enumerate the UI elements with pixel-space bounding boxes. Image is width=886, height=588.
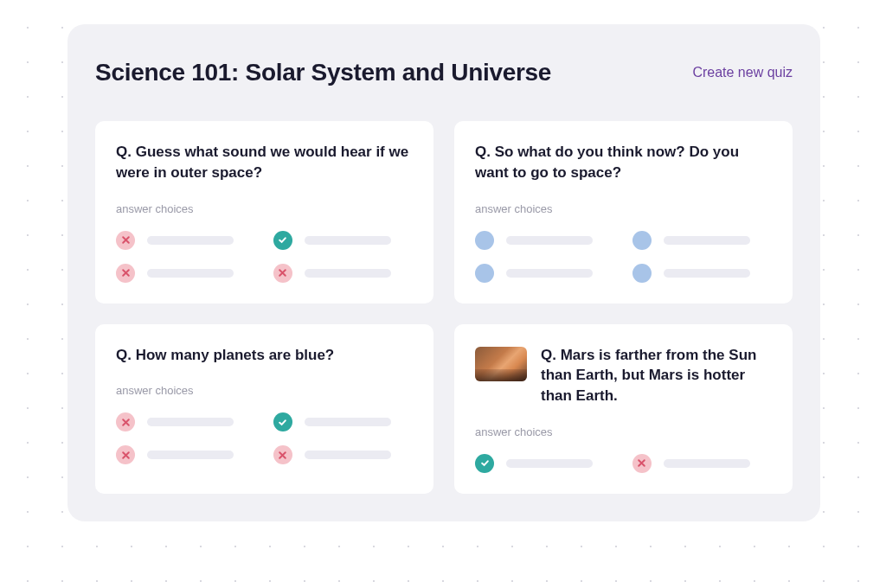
choice-placeholder xyxy=(147,269,234,278)
question-card[interactable]: Q. How many planets are blue? answer cho… xyxy=(95,324,433,494)
choice-item[interactable] xyxy=(116,445,256,464)
question-card[interactable]: Q. So what do you think now? Do you want… xyxy=(454,121,793,304)
check-icon xyxy=(273,412,292,431)
cross-icon xyxy=(116,231,135,250)
question-text: Q. So what do you think now? Do you want… xyxy=(475,142,772,183)
question-image xyxy=(475,347,527,381)
answer-choices-label: answer choices xyxy=(116,202,413,215)
choice-item[interactable] xyxy=(475,231,615,250)
choice-placeholder xyxy=(147,451,234,459)
choice-placeholder xyxy=(664,269,750,278)
option-dot-icon xyxy=(632,264,652,283)
choice-placeholder xyxy=(147,236,234,245)
choice-placeholder xyxy=(664,236,750,245)
choice-item[interactable] xyxy=(116,264,256,283)
question-card[interactable]: Q. Guess what sound we would hear if we … xyxy=(95,121,433,304)
question-text: Q. Guess what sound we would hear if we … xyxy=(116,142,413,183)
choice-placeholder xyxy=(305,236,391,245)
choice-item[interactable] xyxy=(632,231,773,250)
cross-icon xyxy=(273,264,292,283)
quiz-panel: Science 101: Solar System and Universe C… xyxy=(67,24,820,521)
choice-placeholder xyxy=(305,451,391,459)
choice-item[interactable] xyxy=(632,264,773,283)
question-card[interactable]: Q. Mars is farther from the Sun than Ear… xyxy=(454,324,793,494)
option-dot-icon xyxy=(475,264,494,283)
question-text: Q. How many planets are blue? xyxy=(116,345,413,366)
question-text: Q. Mars is farther from the Sun than Ear… xyxy=(541,345,772,406)
check-icon xyxy=(273,231,292,250)
answer-choices-label: answer choices xyxy=(475,425,772,438)
option-dot-icon xyxy=(475,231,494,250)
choice-item[interactable] xyxy=(273,264,414,283)
choice-placeholder xyxy=(506,236,593,245)
choices-list xyxy=(475,231,772,283)
question-grid: Q. Guess what sound we would hear if we … xyxy=(95,121,793,494)
choice-placeholder xyxy=(147,418,234,426)
choice-placeholder xyxy=(506,459,593,468)
choice-item[interactable] xyxy=(273,445,414,464)
choice-placeholder xyxy=(506,269,593,278)
cross-icon xyxy=(116,412,135,431)
check-icon xyxy=(475,454,494,473)
cross-icon xyxy=(116,445,135,464)
choice-placeholder xyxy=(305,418,391,426)
answer-choices-label: answer choices xyxy=(116,384,413,397)
cross-icon xyxy=(632,454,652,473)
choice-item[interactable] xyxy=(475,454,615,473)
cross-icon xyxy=(116,264,135,283)
header: Science 101: Solar System and Universe C… xyxy=(95,59,793,86)
answer-choices-label: answer choices xyxy=(475,202,772,215)
choice-item[interactable] xyxy=(116,231,256,250)
cross-icon xyxy=(273,445,292,464)
page-title: Science 101: Solar System and Universe xyxy=(95,59,551,86)
choice-placeholder xyxy=(305,269,391,278)
choices-list xyxy=(116,231,413,283)
choice-item[interactable] xyxy=(273,412,414,431)
choices-list xyxy=(116,412,413,464)
choices-list xyxy=(475,454,772,473)
choice-item[interactable] xyxy=(273,231,414,250)
choice-item[interactable] xyxy=(116,412,256,431)
choice-placeholder xyxy=(664,459,750,468)
create-quiz-link[interactable]: Create new quiz xyxy=(692,65,793,80)
choice-item[interactable] xyxy=(632,454,773,473)
option-dot-icon xyxy=(632,231,652,250)
choice-item[interactable] xyxy=(475,264,615,283)
